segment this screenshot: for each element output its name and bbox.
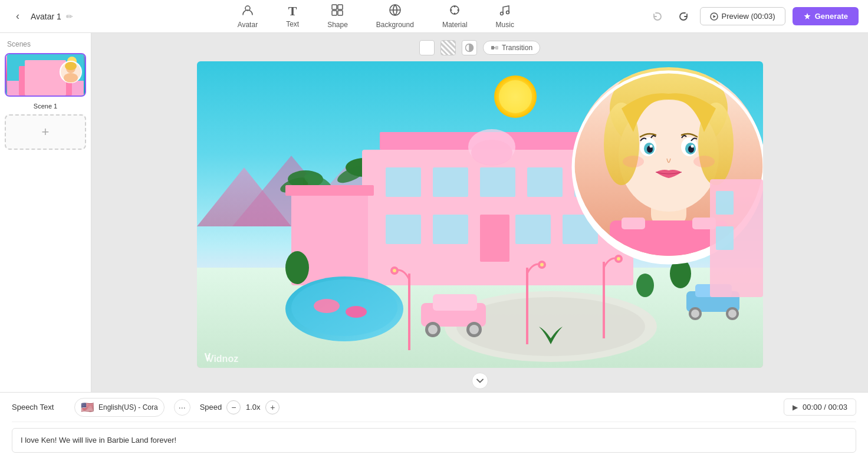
back-button[interactable]: ‹ xyxy=(9,8,26,25)
avatar-icon xyxy=(241,4,254,18)
svg-rect-55 xyxy=(433,167,468,197)
preview-label: Preview (00:03) xyxy=(722,12,775,21)
svg-rect-73 xyxy=(433,294,477,311)
svg-point-75 xyxy=(428,325,438,334)
add-scene-icon: + xyxy=(42,124,50,140)
preview-button[interactable]: Preview (00:03) xyxy=(700,7,785,25)
scene-1-thumbnail[interactable] xyxy=(5,53,86,97)
speed-decrease-button[interactable]: − xyxy=(226,400,241,414)
svg-point-89 xyxy=(392,268,397,274)
material-icon xyxy=(448,4,461,18)
tool-shape-label: Shape xyxy=(327,21,348,29)
edit-icon[interactable]: ✏ xyxy=(66,12,73,21)
speech-row: Speech Text 🇺🇸 English(US) - Cora ··· Sp… xyxy=(12,393,856,422)
svg-rect-25 xyxy=(491,46,494,50)
svg-point-108 xyxy=(623,156,644,167)
transition-label: Transition xyxy=(502,44,532,52)
bottom-panel: Speech Text 🇺🇸 English(US) - Cora ··· Sp… xyxy=(0,392,868,461)
svg-rect-57 xyxy=(527,167,563,197)
canvas-area: Transition xyxy=(91,33,868,392)
svg-rect-54 xyxy=(386,167,421,197)
svg-rect-62 xyxy=(515,215,551,244)
project-name: Avatar 1 xyxy=(31,12,61,21)
svg-point-109 xyxy=(693,156,715,167)
tool-shape[interactable]: Shape xyxy=(323,1,353,31)
svg-rect-60 xyxy=(433,215,468,244)
tool-text[interactable]: T Text xyxy=(281,2,304,31)
svg-rect-4 xyxy=(338,11,343,15)
svg-rect-59 xyxy=(386,215,421,244)
speed-value: 1.0x xyxy=(244,403,262,411)
collapse-button[interactable] xyxy=(472,373,488,389)
undo-button[interactable] xyxy=(648,7,667,26)
scenes-label: Scenes xyxy=(5,40,86,53)
svg-point-69 xyxy=(291,279,397,336)
speed-label: Speed xyxy=(200,403,222,411)
svg-rect-61 xyxy=(480,215,509,262)
svg-point-7 xyxy=(454,6,456,8)
svg-point-71 xyxy=(346,306,367,318)
time-text: 00:00 / 00:03 xyxy=(803,403,847,411)
svg-point-70 xyxy=(314,299,340,313)
speed-increase-button[interactable]: + xyxy=(265,400,280,414)
toolbar-left: ‹ Avatar 1 ✏ xyxy=(9,8,104,25)
sidebar: Scenes xyxy=(0,33,91,392)
tool-music-label: Music xyxy=(496,21,514,29)
generate-label: Generate xyxy=(815,12,848,21)
time-display[interactable]: ▶ 00:00 / 00:03 xyxy=(784,399,856,416)
opacity-button[interactable] xyxy=(462,40,477,55)
tool-avatar[interactable]: Avatar xyxy=(233,1,262,31)
svg-rect-65 xyxy=(285,185,374,196)
svg-point-77 xyxy=(469,325,479,334)
svg-marker-14 xyxy=(713,15,716,18)
tool-background[interactable]: Background xyxy=(371,1,419,31)
svg-point-9 xyxy=(451,9,452,11)
tool-music[interactable]: Music xyxy=(491,1,519,31)
tool-material[interactable]: Material xyxy=(438,1,472,31)
toolbar-center: Avatar T Text Shape Background Material xyxy=(104,1,648,31)
more-options-button[interactable]: ··· xyxy=(174,399,190,416)
speech-textarea[interactable] xyxy=(12,428,856,453)
svg-point-23 xyxy=(65,62,77,70)
tool-background-label: Background xyxy=(376,21,414,29)
svg-rect-2 xyxy=(338,5,343,9)
transition-button[interactable]: Transition xyxy=(483,41,540,55)
background-icon xyxy=(389,4,402,18)
scene-1-label: Scene 1 xyxy=(5,100,86,112)
svg-text:Vidnoz: Vidnoz xyxy=(208,354,238,364)
canvas-toolbar: Transition xyxy=(419,40,540,55)
scene-1-image xyxy=(6,54,85,96)
svg-rect-18 xyxy=(25,60,66,96)
svg-point-11 xyxy=(501,12,504,15)
svg-point-81 xyxy=(691,309,699,318)
svg-rect-1 xyxy=(332,5,337,9)
svg-rect-56 xyxy=(480,167,515,197)
voice-selector[interactable]: 🇺🇸 English(US) - Cora xyxy=(74,398,165,417)
toolbar-right: Preview (00:03) Generate xyxy=(648,7,859,26)
svg-rect-26 xyxy=(495,46,498,50)
svg-point-8 xyxy=(454,13,456,15)
svg-point-10 xyxy=(458,9,459,11)
svg-point-85 xyxy=(539,262,545,268)
tool-text-label: Text xyxy=(286,20,299,28)
svg-point-12 xyxy=(507,11,509,14)
svg-point-67 xyxy=(471,140,512,166)
svg-rect-3 xyxy=(332,11,337,15)
svg-point-90 xyxy=(285,251,309,284)
speed-control: − 1.0x + xyxy=(226,400,280,414)
pattern-swatch[interactable] xyxy=(440,40,456,55)
svg-point-92 xyxy=(636,274,654,297)
svg-point-83 xyxy=(728,309,737,318)
canvas-frame[interactable]: Vidnoz xyxy=(197,61,763,368)
redo-button[interactable] xyxy=(674,7,693,26)
color-swatch[interactable] xyxy=(419,40,435,55)
voice-name: English(US) - Cora xyxy=(98,403,158,411)
text-area-row xyxy=(12,422,856,461)
main-area: Scenes xyxy=(0,33,868,392)
add-scene-button[interactable]: + xyxy=(5,114,86,150)
shape-icon xyxy=(331,4,344,18)
generate-button[interactable]: Generate xyxy=(793,7,859,25)
top-toolbar: ‹ Avatar 1 ✏ Avatar T Text Shape Backgro… xyxy=(0,0,868,33)
speech-text-label: Speech Text xyxy=(12,403,65,411)
tool-material-label: Material xyxy=(442,21,468,29)
